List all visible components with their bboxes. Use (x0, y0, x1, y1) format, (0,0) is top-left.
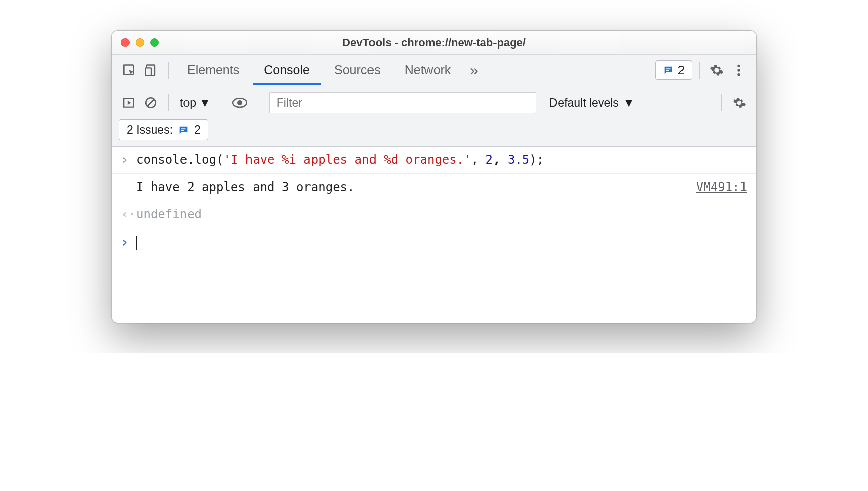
console-toolbar: top ▼ Default levels ▼ 2 Issues: (112, 85, 756, 147)
svg-rect-0 (124, 65, 134, 74)
divider (258, 94, 258, 111)
issues-pill[interactable]: 2 Issues: 2 (119, 119, 208, 140)
main-tabbar: Elements Console Sources Network » 2 (112, 55, 756, 85)
svg-rect-4 (666, 70, 669, 71)
svg-point-6 (737, 69, 740, 71)
clear-console-icon[interactable] (141, 93, 160, 112)
divider (699, 62, 700, 79)
console-prompt-input[interactable] (136, 233, 747, 252)
more-tabs-icon[interactable]: » (464, 60, 484, 80)
tab-sources[interactable]: Sources (323, 55, 392, 85)
svg-point-7 (737, 73, 740, 75)
return-chevron-icon: ‹· (121, 205, 136, 224)
inspect-element-icon[interactable] (119, 60, 139, 80)
window-title: DevTools - chrome://new-tab-page/ (112, 36, 756, 49)
chat-icon (663, 65, 674, 76)
svg-point-5 (737, 64, 740, 67)
execution-context-selector[interactable]: top ▼ (177, 96, 214, 110)
console-output-row: I have 2 apples and 3 oranges. VM491:1 (112, 174, 756, 201)
console-output-text: I have 2 apples and 3 oranges. (136, 178, 686, 197)
console-prompt-row[interactable]: › (112, 228, 756, 323)
console-return-row: ‹· undefined (112, 201, 756, 228)
svg-rect-13 (181, 128, 185, 129)
traffic-lights (121, 38, 159, 47)
source-link[interactable]: VM491:1 (696, 178, 747, 197)
console-return-value: undefined (136, 205, 747, 224)
context-label: top (180, 96, 196, 110)
issues-badge-count: 2 (678, 63, 685, 77)
prompt-chevron-icon: › (121, 233, 136, 252)
toggle-sidebar-icon[interactable] (119, 93, 138, 112)
issues-badge[interactable]: 2 (655, 60, 692, 80)
filter-input[interactable] (269, 92, 536, 113)
dropdown-icon: ▼ (623, 96, 635, 110)
console-input-row: › console.log('I have %i apples and %d o… (112, 147, 756, 174)
console-input-code[interactable]: console.log('I have %i apples and %d ora… (136, 151, 747, 169)
divider (168, 94, 169, 111)
svg-rect-14 (181, 130, 184, 131)
text-cursor (136, 236, 137, 250)
issues-count: 2 (194, 123, 201, 137)
issues-label: 2 Issues: (127, 123, 173, 137)
dropdown-icon: ▼ (199, 96, 211, 110)
svg-point-12 (237, 100, 242, 105)
divider (222, 94, 222, 111)
devtools-window: DevTools - chrome://new-tab-page/ Elemen… (111, 30, 757, 323)
divider (721, 94, 722, 111)
console-settings-gear-icon[interactable] (730, 93, 749, 112)
svg-rect-3 (666, 68, 670, 69)
tab-console[interactable]: Console (253, 55, 321, 85)
tab-elements[interactable]: Elements (176, 55, 251, 85)
chat-icon (178, 125, 189, 136)
settings-gear-icon[interactable] (707, 60, 727, 80)
maximize-window-button[interactable] (150, 38, 159, 47)
live-expression-icon[interactable] (230, 93, 250, 112)
minimize-window-button[interactable] (136, 38, 144, 47)
svg-line-10 (148, 100, 154, 106)
tab-network[interactable]: Network (394, 55, 462, 85)
close-window-button[interactable] (121, 38, 130, 47)
levels-label: Default levels (549, 96, 619, 110)
input-chevron-icon: › (121, 151, 136, 169)
svg-rect-2 (145, 68, 151, 75)
divider (168, 62, 169, 79)
log-levels-selector[interactable]: Default levels ▼ (549, 96, 635, 110)
device-toolbar-icon[interactable] (141, 60, 161, 80)
kebab-menu-icon[interactable] (729, 60, 749, 80)
titlebar: DevTools - chrome://new-tab-page/ (112, 31, 756, 55)
console-body: › console.log('I have %i apples and %d o… (112, 147, 756, 323)
